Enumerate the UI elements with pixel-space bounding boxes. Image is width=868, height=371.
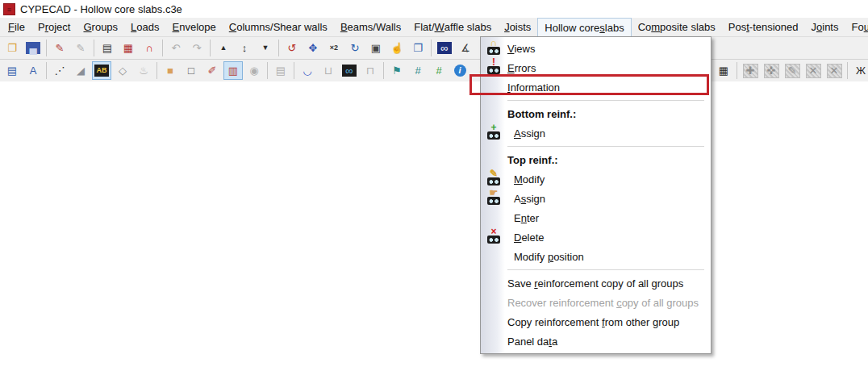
menubar-item-beams-walls[interactable]: Beams/Walls	[334, 18, 407, 36]
menu-item-views[interactable]: ∩Views	[481, 39, 711, 58]
menu-item-label: Recover reinforcement copy of all groups	[507, 297, 699, 309]
mesh-clear-icon[interactable]: ✕	[824, 61, 844, 80]
menubar-item-hollow-core-slabs[interactable]: Hollow core slabs	[537, 18, 631, 36]
joint-detail-icon[interactable]: Ж	[851, 61, 868, 80]
menubar-item-loads[interactable]: Loads	[124, 18, 165, 36]
beam-assign-icon[interactable]: ▥	[223, 61, 243, 80]
magnet-snap-icon[interactable]: ∩	[140, 39, 159, 57]
zoom-extents-icon[interactable]: ✥	[303, 39, 323, 57]
section-flag-icon[interactable]: ⚑	[387, 61, 407, 80]
beam-disabled-icon[interactable]: ◉	[244, 61, 264, 80]
menubar-item-project[interactable]: Project	[31, 18, 77, 36]
menu-item-label: Assign	[514, 193, 545, 205]
mesh-add-alt-icon[interactable]: ✜	[762, 61, 781, 80]
toolbar-separator	[737, 62, 737, 79]
edit-text-icon[interactable]: A	[23, 61, 43, 80]
zoom-previous-icon[interactable]: ↺	[282, 39, 302, 57]
dxf-dwg-templates-icon[interactable]: ▤	[98, 39, 117, 57]
hollow-core-section-icon[interactable]: ∞	[340, 61, 359, 80]
group-down-icon[interactable]: ▼	[256, 39, 275, 57]
zoom-x2-icon[interactable]: ×2	[324, 39, 344, 57]
zoom-window-icon[interactable]: ▣	[366, 39, 386, 57]
menubar-item-joists[interactable]: Joists	[498, 18, 537, 36]
menu-item-assign[interactable]: +Assign	[481, 123, 711, 143]
drawing-canvas[interactable]	[0, 81, 868, 371]
report-printer-icon[interactable]: ▤	[2, 61, 22, 80]
info-icon[interactable]: i	[450, 61, 469, 80]
menu-item-recover-reinforcement-copy-of-all-groups[interactable]: Recover reinforcement copy of all groups	[481, 293, 711, 312]
menubar-item-flat-waffle-slabs[interactable]: Flat/Waffle slabs	[407, 18, 498, 36]
stairs-icon[interactable]: ⋰	[50, 61, 69, 80]
redo-icon[interactable]: ↷	[187, 39, 207, 57]
menubar-item-composite-slabs[interactable]: Composite slabs	[632, 18, 722, 36]
menubar-item-columns-shear-walls[interactable]: Columns/Shear walls	[223, 18, 334, 36]
hollow-slab-disabled2-icon[interactable]: ⊓	[361, 61, 380, 80]
menu-item-modify[interactable]: ✎Modify	[481, 169, 711, 189]
ramp-icon[interactable]: ◢	[71, 61, 90, 80]
menu-header-top-reinf: Top reinf.:	[481, 150, 711, 169]
view-3d-wire-icon[interactable]: □	[182, 61, 201, 80]
menubar-item-groups[interactable]: Groups	[77, 18, 124, 36]
group-select-icon[interactable]: ↕	[235, 39, 254, 57]
toolbar-separator	[278, 40, 279, 56]
errors-slab-icon: !	[486, 60, 502, 75]
menu-item-label: Copy reinforcement from other group	[507, 316, 679, 328]
toolbar-separator	[156, 62, 157, 79]
window-title: CYPECAD - Hollow core slabs.c3e	[20, 3, 182, 15]
beam-edit-icon[interactable]: ✐	[202, 61, 222, 80]
menu-item-panel-data[interactable]: Panel data	[481, 331, 711, 351]
pan-icon[interactable]: ☝	[387, 39, 407, 57]
toolbar-separator	[294, 62, 294, 79]
fire-resistance-disabled-icon[interactable]: ♨	[134, 61, 153, 80]
structure-3d-icon[interactable]: #	[408, 61, 428, 80]
menubar-item-file[interactable]: File	[2, 18, 31, 36]
toolbar-separator	[431, 40, 432, 56]
mesh-delete-icon[interactable]: ✕	[803, 61, 823, 80]
menu-item-assign[interactable]: ☛Assign	[481, 189, 711, 208]
menubar-item-foundations[interactable]: Foundations	[845, 18, 868, 36]
wall-panel-disabled-icon[interactable]: ▤	[271, 61, 290, 80]
deformed-3d-icon[interactable]: #	[429, 61, 449, 80]
hollow-slab-disabled-icon[interactable]: ⊔	[319, 61, 338, 80]
search-binoculars-icon[interactable]: ∞	[435, 39, 454, 57]
menu-separator	[507, 269, 704, 270]
labels-ab-icon[interactable]: AB	[92, 61, 111, 80]
menu-item-copy-reinforcement-from-other-group[interactable]: Copy reinforcement from other group	[481, 312, 711, 331]
sling-view-icon[interactable]: ◡	[298, 61, 317, 80]
menu-item-modify-position[interactable]: Modify position	[481, 247, 711, 266]
open-file-icon[interactable]: ❐	[2, 39, 22, 57]
dxf-dwg-layers-icon[interactable]: ▦	[119, 39, 138, 57]
toolbar-separator	[46, 40, 47, 56]
undo-icon[interactable]: ↶	[166, 39, 186, 57]
views-slab-icon: ∩	[486, 41, 502, 56]
toolbar-separator	[94, 40, 94, 56]
delete-x-slab-icon: ×	[486, 230, 502, 244]
toolbar-secondary-right: ▦✚✜✎✕✕Ж	[713, 60, 868, 81]
cypecad-logo-icon: ≡	[3, 3, 15, 15]
tag-icon[interactable]: ◇	[113, 61, 132, 80]
group-up-icon[interactable]: ▲	[214, 39, 233, 57]
mesh-add-icon[interactable]: ✚	[741, 61, 760, 80]
menubar-item-envelope[interactable]: Envelope	[166, 18, 223, 36]
menu-item-enter[interactable]: Enter	[481, 208, 711, 227]
cypecad-window: ≡ CYPECAD - Hollow core slabs.c3e FilePr…	[0, 0, 868, 371]
edit-resources-disabled-icon[interactable]: ✎	[71, 39, 90, 57]
edit-resources-icon[interactable]: ✎	[50, 39, 69, 57]
menubar-item-joints[interactable]: Joints	[805, 18, 845, 36]
menu-item-save-reinforcement-copy-of-all-groups[interactable]: Save reinforcement copy of all groups	[481, 273, 711, 293]
toolbar-separator	[46, 62, 47, 79]
menu-item-label: Delete	[514, 231, 545, 244]
mesh-edit-icon[interactable]: ✎	[782, 61, 802, 80]
red-annotation-box	[469, 74, 709, 95]
full-window-icon[interactable]: ❐	[408, 39, 428, 57]
toolbar-separator	[847, 62, 848, 79]
save-icon[interactable]: ▄	[23, 39, 43, 57]
redraw-icon[interactable]: ↻	[345, 39, 365, 57]
menu-item-label: Assign	[514, 127, 545, 140]
dimension-icon[interactable]: ∡	[456, 39, 475, 57]
menu-item-delete[interactable]: ×Delete	[481, 227, 711, 247]
view-3d-solid-icon[interactable]: ■	[161, 61, 180, 80]
mesh-hand-icon[interactable]: ▦	[714, 61, 733, 80]
menubar-item-post-tensioned[interactable]: Post-tensioned	[722, 18, 805, 36]
menu-item-label: Views	[507, 43, 535, 55]
